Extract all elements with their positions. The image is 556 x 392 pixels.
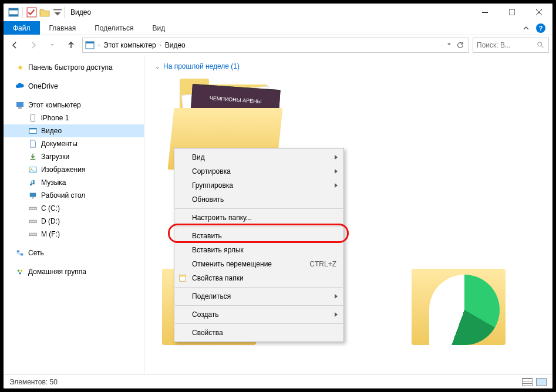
menu-item-label: Поделиться <box>192 292 231 300</box>
menu-item-label: Группировка <box>192 181 233 190</box>
chevron-down-icon[interactable] <box>446 42 452 49</box>
breadcrumb-box[interactable]: › Этот компьютер › Видео <box>82 38 469 53</box>
menu-item-поделиться[interactable]: Поделиться <box>174 289 343 303</box>
refresh-button[interactable] <box>454 39 466 51</box>
svg-rect-5 <box>482 12 488 13</box>
menu-item-свойства-папки[interactable]: Свойства папки <box>174 271 343 285</box>
search-input[interactable]: Поиск: В... <box>473 38 549 53</box>
menu-separator <box>175 227 343 227</box>
drive-icon <box>28 229 38 239</box>
breadcrumb-root[interactable]: Этот компьютер <box>103 41 156 49</box>
sidebar-quick-access[interactable]: ★Панель быстрого доступа <box>4 61 144 74</box>
forward-button[interactable] <box>26 38 41 53</box>
desktop-icon <box>28 191 38 200</box>
menu-item-группировка[interactable]: Группировка <box>174 178 343 192</box>
tab-home[interactable]: Главная <box>40 21 86 35</box>
sidebar-onedrive[interactable]: OneDrive <box>4 80 144 93</box>
sidebar-item-documents[interactable]: Документы <box>4 137 144 150</box>
sidebar-item-drive-c[interactable]: C (C:) <box>4 202 144 215</box>
navigation-pane[interactable]: ★Панель быстрого доступа OneDrive Этот к… <box>4 55 144 374</box>
folder-item-bg2[interactable] <box>412 269 529 374</box>
sidebar-item-desktop[interactable]: Рабочий стол <box>4 189 144 202</box>
window-controls <box>471 4 552 21</box>
menu-item-вид[interactable]: Вид <box>174 150 343 164</box>
separator <box>22 6 23 18</box>
svg-rect-28 <box>180 275 186 277</box>
maximize-button[interactable] <box>498 4 525 21</box>
chevron-right-icon[interactable]: › <box>160 42 161 48</box>
menu-separator <box>175 323 343 324</box>
close-button[interactable] <box>525 4 552 21</box>
menu-item-label: Вставить ярлык <box>192 246 244 254</box>
menu-item-вставить-ярлык[interactable]: Вставить ярлык <box>174 243 343 257</box>
document-icon <box>28 139 38 148</box>
menu-separator <box>175 208 343 209</box>
icons-view-button[interactable] <box>536 378 547 386</box>
svg-point-25 <box>21 270 23 272</box>
menu-item-отменить-перемещение[interactable]: Отменить перемещениеCTRL+Z <box>174 257 343 271</box>
quick-access-toolbar <box>8 6 63 18</box>
chevron-down-icon[interactable]: ⌄ <box>155 63 160 70</box>
sidebar-homegroup[interactable]: Домашняя группа <box>4 265 144 278</box>
up-button[interactable] <box>63 38 79 53</box>
menu-item-свойства[interactable]: Свойства <box>174 326 343 340</box>
sidebar-this-pc[interactable]: Этот компьютер <box>4 99 144 111</box>
sidebar-item-pictures[interactable]: Изображения <box>4 163 144 176</box>
menu-item-создать[interactable]: Создать <box>174 307 343 322</box>
video-folder-icon <box>85 40 95 50</box>
sidebar-item-video[interactable]: Видео <box>4 124 144 137</box>
music-icon <box>28 178 38 187</box>
properties-icon <box>178 273 187 283</box>
tab-share[interactable]: Поделиться <box>85 21 143 35</box>
menu-item-обновить[interactable]: Обновить <box>174 192 343 207</box>
menu-item-настроить-папку-[interactable]: Настроить папку... <box>174 211 343 225</box>
svg-rect-12 <box>31 114 35 121</box>
menu-item-label: Создать <box>192 310 219 319</box>
recent-dropdown[interactable] <box>45 38 60 53</box>
picture-icon <box>28 165 38 174</box>
tab-file[interactable]: Файл <box>4 21 40 35</box>
back-button[interactable] <box>7 38 22 53</box>
homegroup-icon <box>15 267 25 276</box>
menu-item-label: Настроить папку... <box>192 214 252 222</box>
sidebar-item-downloads[interactable]: Загрузки <box>4 150 144 163</box>
window-title: Видео <box>70 8 91 16</box>
tab-view[interactable]: Вид <box>143 21 174 35</box>
menu-shortcut: CTRL+Z <box>309 260 336 268</box>
menu-item-label: Обновить <box>192 195 224 204</box>
status-bar: Элементов: 50 <box>4 374 552 388</box>
menu-item-label: Вставить <box>192 232 222 240</box>
titlebar: Видео <box>4 4 552 21</box>
qat-dropdown-icon[interactable] <box>52 7 63 18</box>
chevron-right-icon[interactable]: › <box>98 42 100 48</box>
breadcrumb-current[interactable]: Видео <box>165 41 186 49</box>
search-placeholder: Поиск: В... <box>477 41 533 49</box>
menu-item-label: Сортировка <box>192 167 231 175</box>
folder-icon[interactable] <box>39 7 50 18</box>
phone-icon <box>28 113 38 123</box>
menu-item-сортировка[interactable]: Сортировка <box>174 164 343 178</box>
minimize-button[interactable] <box>471 4 498 21</box>
sidebar-item-drive-d[interactable]: D (D:) <box>4 215 144 228</box>
sidebar-item-music[interactable]: Музыка <box>4 176 144 189</box>
sidebar-network[interactable]: Сеть <box>4 246 144 259</box>
drive-icon <box>28 204 38 213</box>
sidebar-item-drive-m[interactable]: M (F:) <box>4 228 144 241</box>
svg-rect-6 <box>509 9 515 15</box>
sidebar-item-iphone[interactable]: iPhone 1 <box>4 111 144 124</box>
svg-rect-21 <box>29 233 36 235</box>
svg-rect-18 <box>32 198 34 199</box>
drive-icon <box>28 217 38 226</box>
svg-rect-17 <box>30 193 36 197</box>
group-header[interactable]: ⌄ На прошлой неделе (1) <box>155 62 542 70</box>
menu-item-вставить[interactable]: Вставить <box>174 229 343 243</box>
video-icon <box>28 126 38 136</box>
svg-rect-22 <box>17 251 19 253</box>
help-icon[interactable]: ? <box>536 23 545 33</box>
star-icon: ★ <box>15 63 25 72</box>
explorer-window: Видео Файл Главная Поделиться Вид ? › Эт… <box>0 0 556 392</box>
svg-rect-4 <box>53 9 62 11</box>
ribbon-collapse-icon[interactable] <box>522 24 530 32</box>
details-view-button[interactable] <box>522 378 533 386</box>
checkbox-icon[interactable] <box>26 7 37 18</box>
